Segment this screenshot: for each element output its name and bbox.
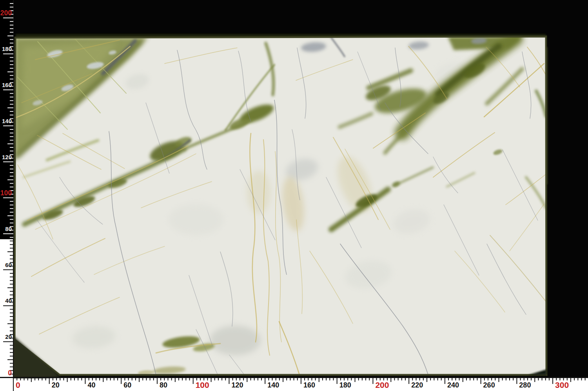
ruler-tick [297, 378, 298, 380]
ruler-tick [10, 363, 13, 364]
ruler-tick [10, 151, 13, 151]
ruler-tick [294, 378, 294, 380]
ruler-tick [473, 378, 474, 380]
ruler-tick [502, 378, 503, 380]
ruler-tick [10, 255, 13, 256]
ruler-tick [577, 378, 578, 380]
ruler-tick [3, 53, 13, 54]
ruler-tick [495, 378, 495, 380]
ruler-tick [142, 378, 143, 380]
ruler-tick [527, 378, 528, 380]
ruler-tick [272, 378, 273, 380]
ruler-label-y-180: 180 [2, 45, 12, 52]
ruler-tick [232, 378, 233, 380]
ruler-tick [167, 378, 168, 380]
ruler-tick [585, 378, 586, 380]
ruler-tick [67, 378, 68, 382]
ruler-tick [315, 378, 316, 380]
ruler-tick [135, 378, 136, 380]
ruler-label-x-140: 140 [267, 381, 279, 389]
ruler-tick [27, 378, 28, 380]
ruler-tick [10, 205, 13, 206]
ruler-tick [10, 327, 13, 328]
ruler-tick [10, 115, 13, 115]
ruler-tick [185, 378, 186, 380]
ruler-tick [7, 107, 13, 108]
ruler-tick [3, 125, 13, 126]
ruler-tick [114, 378, 114, 380]
ruler-label-y-60: 60 [5, 262, 12, 268]
ruler-tick [10, 147, 13, 148]
ruler-tick [10, 57, 13, 58]
ruler-tick [10, 43, 13, 44]
measurement-rulers: 2001801601401201008060402000204060801001… [0, 0, 588, 391]
ruler-tick [10, 136, 13, 137]
ruler-label-x-100: 100 [196, 380, 209, 389]
ruler-tick [470, 378, 470, 380]
ruler-tick [153, 378, 154, 380]
ruler-tick [506, 378, 506, 380]
ruler-tick [7, 215, 13, 216]
ruler-root: 2001801601401201008060402000204060801001… [0, 0, 588, 391]
ruler-tick [63, 378, 64, 380]
ruler-tick [276, 378, 276, 380]
ruler-tick [311, 378, 312, 380]
ruler-label-x-300: 300 [555, 380, 569, 389]
ruler-tick [437, 378, 438, 380]
ruler-tick [10, 313, 13, 313]
ruler-tick [10, 366, 13, 367]
ruler-tick [117, 378, 118, 380]
ruler-tick [10, 208, 13, 209]
ruler-tick [193, 378, 194, 384]
ruler-tick [160, 378, 161, 380]
ruler-tick [164, 378, 165, 380]
ruler-tick [423, 378, 424, 380]
ruler-tick [7, 287, 13, 288]
ruler-tick [441, 378, 442, 380]
ruler-tick [10, 331, 13, 331]
ruler-tick [3, 269, 13, 270]
ruler-tick [10, 320, 13, 320]
ruler-tick [10, 165, 13, 166]
ruler-tick [455, 378, 456, 380]
ruler-tick [390, 378, 391, 382]
ruler-tick [524, 378, 524, 380]
ruler-label-y-40: 40 [5, 297, 12, 304]
ruler-tick [10, 356, 13, 356]
ruler-label-y-100: 100 [0, 189, 12, 197]
ruler-label-x-80: 80 [160, 381, 167, 389]
slab-scan-viewer: 2001801601401201008060402000204060801001… [0, 0, 588, 391]
ruler-tick [3, 341, 13, 342]
ruler-tick [430, 378, 431, 380]
ruler-tick [10, 316, 13, 317]
ruler-tick [301, 378, 301, 384]
ruler-tick [448, 378, 449, 380]
ruler-tick [247, 378, 247, 382]
ruler-tick [491, 378, 492, 380]
ruler-tick [545, 378, 546, 380]
ruler-tick [221, 378, 222, 380]
ruler-tick [10, 129, 13, 130]
ruler-tick [10, 309, 13, 310]
ruler-label-x-280: 280 [519, 381, 531, 389]
ruler-tick [10, 3, 13, 4]
ruler-tick [10, 75, 13, 76]
ruler-tick [7, 144, 13, 144]
ruler-tick [56, 378, 57, 380]
ruler-tick [10, 25, 13, 25]
ruler-tick [463, 378, 463, 382]
ruler-tick [477, 378, 477, 380]
ruler-tick [319, 378, 319, 382]
ruler-tick [3, 162, 13, 162]
ruler-tick [10, 219, 13, 220]
ruler-tick [38, 378, 39, 380]
ruler-tick [333, 378, 334, 380]
ruler-tick [7, 251, 13, 252]
ruler-tick [513, 378, 514, 380]
ruler-tick [10, 273, 13, 274]
ruler-tick [10, 133, 13, 133]
ruler-tick [416, 378, 416, 380]
ruler-tick [498, 378, 499, 382]
ruler-tick [10, 183, 13, 184]
ruler-tick [10, 201, 13, 202]
